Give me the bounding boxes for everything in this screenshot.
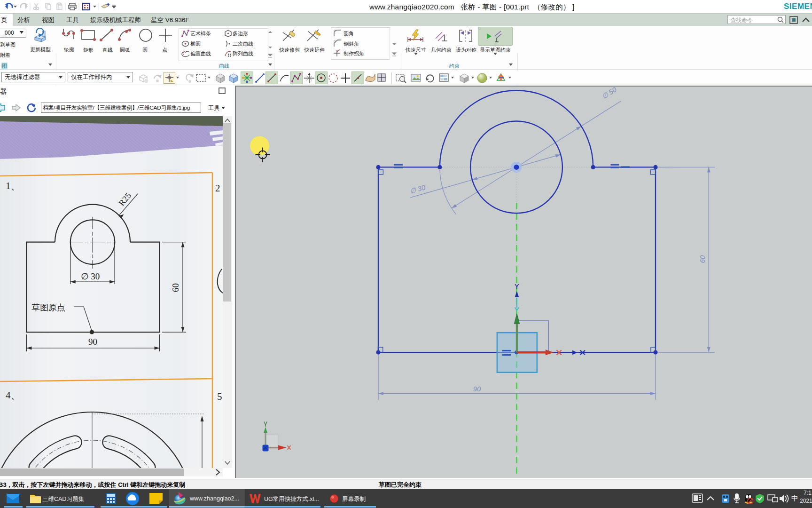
svg-text:90: 90: [88, 337, 97, 347]
svg-text:∅ 50: ∅ 50: [601, 87, 618, 101]
svg-text:4、: 4、: [6, 389, 21, 401]
svg-text:∅ 30: ∅ 30: [81, 271, 100, 281]
svg-text:∅ 30: ∅ 30: [409, 183, 426, 195]
svg-text:草图原点: 草图原点: [31, 303, 65, 312]
svg-text:90: 90: [473, 385, 481, 393]
svg-text:60: 60: [699, 255, 706, 263]
svg-text:5: 5: [217, 391, 222, 402]
svg-text:1、: 1、: [6, 180, 21, 191]
svg-text:2: 2: [215, 183, 220, 194]
svg-text:60: 60: [171, 283, 180, 292]
